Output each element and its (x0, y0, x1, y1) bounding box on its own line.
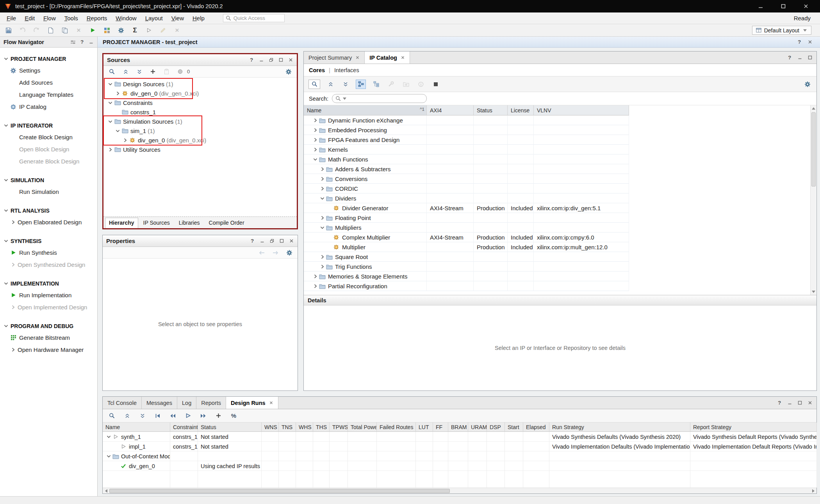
chevron-down-icon[interactable] (105, 453, 112, 460)
copy-icon[interactable] (60, 26, 69, 35)
collapse-all-icon[interactable] (121, 67, 130, 76)
design-run-row-div-gen-0[interactable]: div_gen_0Using cached IP results (103, 461, 817, 471)
ip-column-header-axi4[interactable]: AXI4 (427, 105, 474, 115)
chevron-down-icon[interactable] (2, 323, 9, 330)
ip-row-embedded-processing[interactable]: Embedded Processing (304, 125, 629, 135)
column-header-total-power[interactable]: Total Power (348, 422, 377, 432)
source-item-design-sources[interactable]: Design Sources (1) (103, 79, 297, 89)
menu-view[interactable]: View (167, 14, 188, 23)
message-circle-icon[interactable] (176, 67, 185, 76)
search-icon[interactable] (308, 80, 320, 89)
settings-icon[interactable] (285, 248, 294, 257)
scroll-up-button[interactable] (811, 106, 816, 111)
save-icon[interactable] (4, 26, 13, 35)
chevron-right-icon[interactable] (9, 346, 16, 353)
column-header-uram[interactable]: URAM (468, 422, 487, 432)
chevron-right-icon[interactable] (319, 263, 326, 270)
redo-icon[interactable] (32, 26, 41, 35)
chevron-down-icon[interactable] (319, 195, 326, 202)
horizontal-scrollbar-thumb[interactable] (109, 489, 450, 493)
add-icon[interactable] (148, 67, 157, 76)
close-icon[interactable] (289, 238, 294, 244)
flow-item-language-templates[interactable]: Language Templates (0, 89, 97, 101)
ip-row-memories-storage-elements[interactable]: Memories & Storage Elements (304, 272, 629, 281)
float-icon[interactable] (269, 238, 275, 244)
properties-panel-header[interactable]: Properties ? (103, 235, 298, 247)
ip-row-kernels[interactable]: Kernels (304, 145, 629, 154)
chevron-right-icon[interactable] (114, 90, 121, 97)
ip-row-math-functions[interactable]: Math Functions (304, 154, 629, 164)
menu-flow[interactable]: Flow (39, 14, 60, 23)
clipboard-icon[interactable] (162, 67, 171, 76)
ip-row-floating-point[interactable]: Floating Point (304, 213, 629, 223)
chevron-down-icon[interactable] (114, 127, 121, 134)
collapse-all-icon[interactable] (123, 411, 132, 420)
scroll-right-button[interactable] (811, 488, 816, 493)
maximize-icon[interactable] (807, 55, 813, 60)
search-icon[interactable] (107, 411, 116, 420)
undo-icon[interactable] (18, 26, 27, 35)
chevron-down-icon[interactable] (107, 99, 114, 106)
tab-design-runs[interactable]: Design Runs (226, 397, 278, 409)
column-header-report-strategy[interactable]: Report Strategy (690, 422, 817, 432)
help-icon[interactable]: ? (777, 400, 782, 406)
menu-reports[interactable]: Reports (82, 14, 112, 23)
design-run-row-synth-1[interactable]: synth_1constrs_1Not startedVivado Synthe… (103, 432, 817, 442)
flow-item-open-elaborated-design[interactable]: Open Elaborated Design (0, 216, 97, 228)
flow-item-settings[interactable]: Settings (0, 64, 97, 76)
flow-item-generate-bitstream[interactable]: Generate Bitstream (0, 332, 97, 344)
cancel-icon[interactable]: × (173, 26, 182, 35)
settings-icon[interactable] (803, 80, 812, 89)
chevron-right-icon[interactable] (9, 304, 16, 311)
column-header-dsp[interactable]: DSP (487, 422, 505, 432)
chevron-right-icon[interactable] (319, 215, 326, 222)
flow-item-ip-catalog[interactable]: IP Catalog (0, 101, 97, 113)
menu-tools[interactable]: Tools (60, 14, 82, 23)
ip-row-cordic[interactable]: CORDIC (304, 184, 629, 193)
ip-row-multiplier[interactable]: MultiplierProductionIncludedxilinx.com:i… (304, 242, 629, 252)
maximize-icon[interactable] (278, 57, 283, 63)
chevron-down-icon[interactable] (2, 238, 9, 245)
flow-item-open-block-design[interactable]: Open Block Design (0, 143, 97, 155)
menu-window[interactable]: Window (111, 14, 141, 23)
run-icon[interactable] (88, 26, 97, 35)
source-item-utility-sources[interactable]: Utility Sources (103, 145, 297, 154)
tab-log[interactable]: Log (177, 397, 196, 409)
chevron-right-icon[interactable] (9, 219, 16, 226)
arrow-right-icon[interactable] (271, 248, 280, 257)
maximize-icon[interactable] (797, 400, 802, 406)
column-header-ff[interactable]: FF (433, 422, 448, 432)
column-header-wns[interactable]: WNS (262, 422, 279, 432)
sources-tab-ip-sources[interactable]: IP Sources (139, 218, 174, 228)
help-icon[interactable]: ? (797, 39, 802, 45)
ip-row-conversions[interactable]: Conversions (304, 174, 629, 184)
chevron-right-icon[interactable] (312, 273, 319, 280)
tab-messages[interactable]: Messages (142, 397, 177, 409)
column-header-status[interactable]: Status (198, 422, 262, 432)
menu-file[interactable]: File (2, 14, 20, 23)
tab-project-summary[interactable]: Project Summary (304, 51, 365, 64)
menu-help[interactable]: Help (188, 14, 209, 23)
play-icon[interactable] (144, 26, 153, 35)
flow-item-open-implemented-design[interactable]: Open Implemented Design (0, 301, 97, 313)
column-header-lut[interactable]: LUT (416, 422, 433, 432)
flow-section-header-synthesis[interactable]: SYNTHESIS (0, 235, 97, 247)
ip-row-trig-functions[interactable]: Trig Functions (304, 262, 629, 272)
chevron-right-icon[interactable] (312, 127, 319, 134)
design-run-row-impl-1[interactable]: impl_1constrs_1Not startedVivado Impleme… (103, 442, 817, 451)
ip-catalog-vertical-scrollbar[interactable] (810, 105, 816, 295)
flow-section-header-project-manager[interactable]: PROJECT MANAGER (0, 53, 97, 64)
flow-item-run-simulation[interactable]: Run Simulation (0, 186, 97, 198)
chevron-down-icon[interactable] (2, 55, 9, 62)
flow-item-open-hardware-manager[interactable]: Open Hardware Manager (0, 344, 97, 356)
scroll-left-button[interactable] (103, 488, 109, 493)
stop-icon[interactable] (431, 80, 440, 89)
help-icon[interactable]: ? (787, 55, 792, 60)
flow-item-run-synthesis[interactable]: Run Synthesis (0, 247, 97, 259)
chevron-down-icon[interactable] (2, 122, 9, 129)
column-header-name[interactable]: Name (103, 422, 170, 432)
minimize-icon[interactable] (797, 55, 802, 60)
source-item-sim-1[interactable]: sim_1 (1) (103, 126, 297, 135)
flow-item-generate-block-design[interactable]: Generate Block Design (0, 155, 97, 167)
source-item-constrs-1[interactable]: constrs_1 (103, 107, 297, 117)
